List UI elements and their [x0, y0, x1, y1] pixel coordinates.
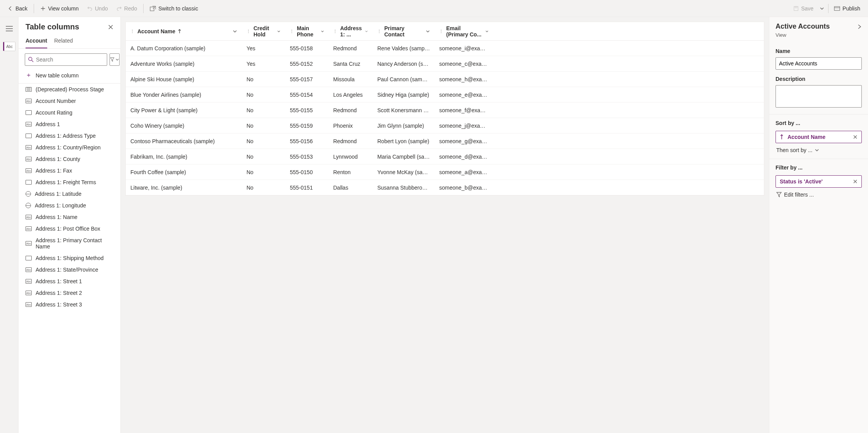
new-table-column-button[interactable]: ＋ New table column: [19, 69, 120, 83]
table-row[interactable]: Litware, Inc. (sample)No555-0151DallasSu…: [126, 180, 764, 195]
view-column-button[interactable]: View column: [36, 2, 82, 15]
column-list-item[interactable]: AbcAddress 1: Fax: [19, 165, 120, 176]
publish-icon: [834, 6, 840, 11]
header-label: Account Name: [137, 28, 175, 34]
table-row[interactable]: A. Datum Corporation (sample)Yes555-0158…: [126, 41, 764, 56]
column-list-item[interactable]: Address 1: Latitude: [19, 188, 120, 200]
tab-account[interactable]: Account: [26, 34, 47, 48]
column-list-item[interactable]: Address 1: Freight Terms: [19, 176, 120, 188]
column-list-item[interactable]: AbcAddress 1: Primary Contact Name: [19, 234, 120, 252]
tab-related[interactable]: Related: [54, 34, 73, 48]
column-item-label: Address 1: [36, 121, 60, 127]
lines-icon: [26, 87, 32, 92]
svg-rect-2: [795, 6, 797, 8]
header-label: Credit Hold: [253, 25, 275, 38]
column-list-item[interactable]: AbcAddress 1: State/Province: [19, 264, 120, 276]
column-list-item[interactable]: AbcAddress 1: Name: [19, 211, 120, 223]
column-list-item[interactable]: AbcAddress 1: Street 2: [19, 287, 120, 299]
name-field[interactable]: [776, 57, 862, 70]
sort-chip[interactable]: Account Name: [776, 131, 862, 143]
table-row[interactable]: Adventure Works (sample)Yes555-0152Santa…: [126, 56, 764, 72]
header-label: Primary Contact: [384, 25, 423, 38]
column-item-label: Address 1: Country/Region: [36, 144, 101, 151]
cell-contact: Scott Konersmann (sample): [373, 107, 435, 113]
save-icon: [793, 6, 799, 11]
edit-filters-button[interactable]: Edit filters ...: [776, 188, 862, 198]
cell-contact: Jim Glynn (sample): [373, 123, 435, 129]
column-item-label: Address 1: Post Office Box: [36, 226, 100, 232]
redo-button[interactable]: Redo: [113, 2, 141, 15]
description-label: Description: [776, 76, 862, 82]
then-sort-by-button[interactable]: Then sort by ...: [776, 143, 862, 153]
hamburger-icon: [6, 26, 13, 31]
table-row[interactable]: Coho Winery (sample)No555-0159PhoenixJim…: [126, 118, 764, 133]
switch-classic-button[interactable]: Switch to classic: [146, 2, 202, 15]
header-address[interactable]: ⋮ Address 1: ...: [329, 22, 373, 40]
column-list-item[interactable]: AbcAddress 1: Street 1: [19, 276, 120, 287]
close-icon: [108, 24, 113, 30]
table-row[interactable]: Contoso Pharmaceuticals (sample)No555-01…: [126, 133, 764, 149]
save-label: Save: [801, 5, 813, 12]
table-row[interactable]: Blue Yonder Airlines (sample)No555-0154L…: [126, 87, 764, 103]
cell-phone: 555-0159: [285, 123, 329, 129]
column-list-item[interactable]: Address 1: Longitude: [19, 200, 120, 211]
external-icon: [150, 6, 156, 11]
column-item-label: Address 1: Longitude: [35, 202, 86, 209]
search-input[interactable]: [36, 56, 104, 63]
column-list-item[interactable]: AbcAddress 1: [19, 118, 120, 130]
column-list-item[interactable]: (Deprecated) Process Stage: [19, 84, 120, 95]
remove-sort-button[interactable]: [853, 135, 858, 139]
close-icon: [853, 179, 858, 184]
close-panel-button[interactable]: [108, 24, 113, 30]
remove-filter-button[interactable]: [853, 179, 858, 184]
table-row[interactable]: Fourth Coffee (sample)No555-0150RentonYv…: [126, 164, 764, 180]
column-list-item[interactable]: Address 1: Shipping Method: [19, 252, 120, 264]
publish-button[interactable]: Publish: [830, 2, 864, 15]
save-button[interactable]: Save: [789, 2, 817, 15]
header-primary-contact[interactable]: ⋮ Primary Contact: [373, 22, 435, 40]
filter-chip[interactable]: Status is 'Active': [776, 175, 862, 188]
save-dropdown-button[interactable]: [817, 2, 827, 15]
cell-contact: Paul Cannon (sample): [373, 76, 435, 82]
column-list-item[interactable]: AbcAccount Number: [19, 95, 120, 107]
expand-panel-button[interactable]: [857, 24, 862, 29]
table-row[interactable]: Alpine Ski House (sample)No555-0157Misso…: [126, 72, 764, 87]
cell-name: A. Datum Corporation (sample): [126, 45, 242, 51]
table-row[interactable]: Fabrikam, Inc. (sample)No555-0153Lynnwoo…: [126, 149, 764, 164]
column-list-item[interactable]: AbcAddress 1: Post Office Box: [19, 223, 120, 234]
back-button[interactable]: Back: [4, 2, 31, 15]
column-list-item[interactable]: AbcAddress 1: County: [19, 153, 120, 165]
chevron-down-icon: [815, 148, 819, 152]
table-row[interactable]: City Power & Light (sample)No555-0155Red…: [126, 103, 764, 118]
header-account-name[interactable]: ⋮ Account Name: [126, 22, 242, 40]
view-column-label: View column: [48, 5, 79, 12]
header-credit-hold[interactable]: ⋮ Credit Hold: [242, 22, 285, 40]
switch-label: Switch to classic: [158, 5, 198, 12]
column-list-item[interactable]: AbcAddress 1: Street 3: [19, 299, 120, 310]
search-input-wrapper[interactable]: [25, 53, 107, 66]
description-field[interactable]: [776, 85, 862, 108]
header-email[interactable]: ⋮ Email (Primary Co...: [435, 22, 493, 40]
column-item-label: Address 1: Street 2: [36, 290, 82, 296]
header-main-phone[interactable]: ⋮ Main Phone: [285, 22, 329, 40]
column-item-label: Account Number: [36, 98, 76, 104]
cell-contact: Maria Campbell (sample): [373, 154, 435, 160]
column-item-label: Address 1: Shipping Method: [36, 255, 104, 261]
abc-icon: Abc: [26, 168, 32, 173]
column-list-item[interactable]: Account Rating: [19, 107, 120, 118]
rail-item-text[interactable]: Abc: [3, 42, 15, 51]
column-list-item[interactable]: AbcAddress 1: Country/Region: [19, 142, 120, 153]
grip-icon: ⋮: [247, 29, 250, 33]
column-item-label: Address 1: Latitude: [35, 191, 82, 197]
undo-button[interactable]: Undo: [83, 2, 111, 15]
sort-ascending-icon: [780, 134, 784, 140]
close-icon: [853, 135, 858, 139]
hamburger-button[interactable]: [3, 22, 15, 35]
filter-by-label: Filter by ...: [776, 164, 862, 171]
column-list[interactable]: (Deprecated) Process StageAbcAccount Num…: [19, 83, 120, 433]
cell-name: Coho Winery (sample): [126, 123, 242, 129]
column-list-item[interactable]: Address 1: Address Type: [19, 130, 120, 142]
filter-columns-button[interactable]: [110, 53, 120, 66]
cell-name: Contoso Pharmaceuticals (sample): [126, 138, 242, 144]
cell-email: someone_h@example.com: [435, 76, 493, 82]
